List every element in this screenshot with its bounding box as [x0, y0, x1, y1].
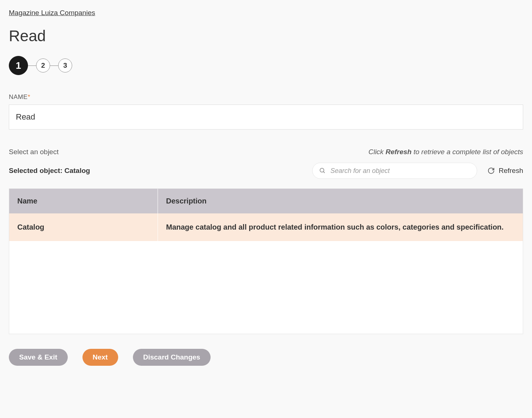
- td-description: Manage catalog and all product related i…: [158, 213, 523, 241]
- select-object-label: Select an object: [9, 148, 59, 156]
- step-2[interactable]: 2: [36, 59, 50, 72]
- refresh-icon: [487, 167, 495, 174]
- svg-line-1: [324, 171, 325, 173]
- name-label-text: NAME: [9, 93, 28, 100]
- table-row[interactable]: Catalog Manage catalog and all product r…: [9, 213, 523, 241]
- refresh-label: Refresh: [498, 167, 523, 175]
- refresh-button[interactable]: Refresh: [487, 167, 523, 175]
- search-input[interactable]: [330, 167, 470, 175]
- footer-actions: Save & Exit Next Discard Changes: [9, 349, 523, 366]
- step-3[interactable]: 3: [58, 59, 72, 72]
- stepper: 1 2 3: [9, 56, 523, 75]
- hint-bold: Refresh: [385, 148, 412, 156]
- hint-pre: Click: [369, 148, 385, 156]
- selected-object-text: Selected object: Catalog: [9, 167, 90, 175]
- next-button[interactable]: Next: [82, 349, 118, 366]
- name-field-label: NAME*: [9, 93, 523, 101]
- step-connector: [50, 65, 58, 66]
- refresh-hint: Click Refresh to retrieve a complete lis…: [369, 148, 523, 156]
- selected-value: Catalog: [64, 167, 90, 174]
- table-body: Catalog Manage catalog and all product r…: [9, 213, 523, 334]
- required-marker: *: [28, 93, 30, 100]
- td-name: Catalog: [9, 213, 158, 241]
- save-exit-button[interactable]: Save & Exit: [9, 349, 68, 366]
- table-header: Name Description: [9, 189, 523, 213]
- search-field[interactable]: [312, 163, 477, 179]
- svg-point-0: [320, 168, 324, 172]
- search-icon: [319, 167, 326, 174]
- hint-post: to retrieve a complete list of objects: [412, 148, 523, 156]
- table-empty-space: [9, 241, 523, 334]
- th-name[interactable]: Name: [9, 189, 158, 213]
- objects-table: Name Description Catalog Manage catalog …: [9, 188, 523, 334]
- discard-button[interactable]: Discard Changes: [133, 349, 211, 366]
- page-title: Read: [9, 27, 523, 45]
- breadcrumb-link[interactable]: Magazine Luiza Companies: [9, 9, 95, 17]
- name-input[interactable]: [9, 104, 523, 130]
- step-connector: [28, 65, 36, 66]
- selected-prefix: Selected object:: [9, 167, 64, 174]
- th-description[interactable]: Description: [158, 189, 523, 213]
- step-1[interactable]: 1: [9, 56, 28, 75]
